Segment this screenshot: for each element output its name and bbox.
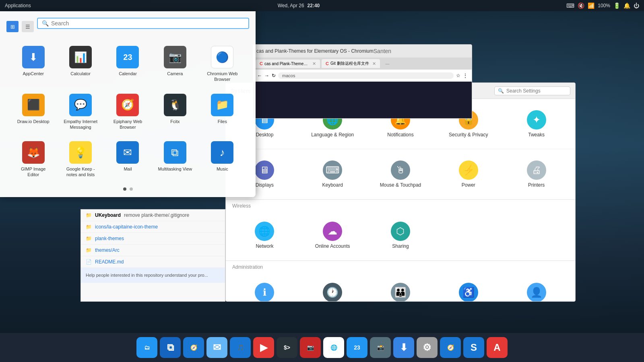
chromium-titlebar: cas and Plank-Themes for Elementary OS -… [253, 45, 472, 58]
app-item-gimp-image-editor[interactable]: 🦊GIMP Image Editor [10, 137, 57, 182]
settings-item-user-accounts[interactable]: 👤User Accounts [504, 278, 569, 302]
app-item-mail[interactable]: ✉Mail [104, 137, 151, 182]
app-item-epiphany-web-browser[interactable]: 🧭Epiphany Web Browser [104, 90, 151, 134]
list-view-button[interactable]: ☰ [22, 21, 34, 32]
app-item-multitasking-view[interactable]: ⧉Multitasking View [151, 137, 198, 182]
skype-dock[interactable]: S [463, 337, 484, 358]
git-link-readme[interactable]: README.md [95, 259, 124, 265]
back-icon[interactable]: ← [257, 73, 262, 78]
acrobat-dock[interactable]: A [487, 337, 508, 358]
app-item-google-keep---notes-and-lists[interactable]: 💡Google Keep - notes and lists [57, 137, 104, 182]
app-icon-chromium-web-browser: 🔵 [211, 46, 233, 68]
settings-item-about[interactable]: ℹAbout [232, 278, 297, 302]
settings-item-sharing[interactable]: ⬡Sharing [368, 217, 433, 254]
chromium-tab-1[interactable]: C cas and Plank-Themes for Elementary OS… [256, 60, 320, 68]
app-item-files[interactable]: 📁Files [199, 90, 246, 134]
app-item-fcitx[interactable]: 🐧Fcitx [151, 90, 198, 134]
app-icon-calculator: 📊 [69, 46, 92, 68]
topbar-center: Wed, Apr 26 22:40 [278, 3, 320, 8]
settings-item-date-time[interactable]: 🕐Date & Time [300, 278, 365, 302]
settings-label: Language & Region [311, 132, 354, 138]
app-label: Fcitx [170, 119, 180, 124]
screenshot-dock[interactable]: 📸 [370, 337, 391, 358]
terminal-dock[interactable]: $> [277, 337, 297, 358]
admin-section-label: Administration [226, 261, 575, 272]
appcenter-dock[interactable]: ⬇ [393, 337, 414, 358]
settings-icon: 🌐 [255, 222, 274, 241]
app-icon-draw.io-desktop: ⬛ [22, 94, 45, 116]
app-item-empathy-internet-messaging[interactable]: 💬Empathy Internet Messaging [57, 90, 104, 134]
chromium-tab-2[interactable]: C Git 删除远程仓库文件 ✕ [322, 59, 380, 68]
calendar-dock[interactable]: 23 [347, 337, 367, 358]
settings-label: Displays [256, 182, 274, 188]
volume-icon[interactable]: 🔇 [578, 2, 584, 9]
battery-icon: 🔋 [613, 2, 620, 9]
settings-item-universal-access[interactable]: ♿Universal Access [436, 278, 501, 302]
settings-item-printers[interactable]: 🖨Printers [504, 156, 569, 193]
notification-icon[interactable]: 🔔 [623, 2, 630, 9]
bookmark-icon[interactable]: ☆ [456, 73, 460, 78]
app-icon-epiphany-web-browser: 🧭 [116, 94, 139, 116]
git-item-readme[interactable]: 📄 README.md [81, 256, 225, 268]
page-dot-2[interactable] [130, 187, 133, 191]
wifi-icon[interactable]: 📶 [588, 2, 594, 9]
app-item-music[interactable]: ♪Music [199, 137, 246, 182]
video-dock[interactable]: ▶ [253, 337, 274, 358]
settings-dock[interactable]: ⚙ [417, 337, 438, 358]
app-item-calendar[interactable]: 23Calendar [104, 42, 151, 86]
settings-item-network[interactable]: 🌐Network [232, 217, 297, 254]
settings-icon: 🕐 [323, 283, 342, 302]
refresh-icon[interactable]: ↻ [272, 73, 276, 78]
settings-item-online-accounts[interactable]: ☁Online Accounts [300, 217, 365, 254]
git-panel: 📁 UKeyboard remove plank-theme/.gitignor… [80, 209, 225, 302]
git-link-plank[interactable]: plank-themes [95, 236, 124, 241]
mail-dock[interactable]: ✉ [206, 337, 227, 358]
app-label: Google Keep - notes and lists [62, 166, 99, 178]
tab2-close[interactable]: ✕ [372, 61, 376, 66]
settings-search-input[interactable] [506, 88, 567, 94]
chromium-close[interactable]: Santen [374, 48, 391, 54]
forward-icon[interactable]: → [264, 73, 269, 78]
chromium-dock[interactable]: 🌐 [323, 337, 344, 358]
app-item-camera[interactable]: 📷Camera [151, 42, 198, 86]
chromium-urlbar: ← → ↻ macos ☆ ⋮ [253, 70, 472, 82]
settings-search-bar: 🔍 [494, 86, 570, 95]
git-item-ukeyboard[interactable]: 📁 UKeyboard remove plank-theme/.gitignor… [81, 210, 225, 221]
settings-item-mouse-touchpad[interactable]: 🖱Mouse & Touchpad [368, 156, 433, 193]
app-label: Files [218, 119, 227, 124]
app-item-calculator[interactable]: 📊Calculator [57, 42, 104, 86]
app-label: Calendar [119, 71, 137, 76]
settings-item-parental-control[interactable]: 👪Parental Control [368, 278, 433, 302]
git-link-icons[interactable]: icons/la-capitaine-icon-theme [95, 224, 158, 230]
url-display[interactable]: macos [282, 73, 295, 78]
chromium-menu-icon[interactable]: ⋮ [463, 73, 468, 78]
git-item-icons[interactable]: 📁 icons/la-capitaine-icon-theme [81, 221, 225, 233]
music-dock[interactable]: 🎵 [230, 337, 251, 358]
files-dock[interactable]: 🗂 [136, 337, 157, 358]
settings-icon: 🖱 [391, 160, 410, 180]
safari-dock[interactable]: 🧭 [183, 337, 204, 358]
settings-label: Power [462, 182, 475, 188]
settings-item-power[interactable]: ⚡Power [436, 156, 501, 193]
camera-dock[interactable]: 📷 [300, 337, 321, 358]
git-item-plank[interactable]: 📁 plank-themes [81, 233, 225, 245]
app-item-appcenter[interactable]: ⬇AppCenter [10, 42, 57, 86]
chromium-tab-3[interactable]: — [382, 60, 394, 68]
settings-label: Tweaks [528, 132, 545, 138]
nav-dock[interactable]: 🧭 [440, 337, 461, 358]
multitasking-dock[interactable]: ⧉ [160, 337, 181, 358]
power-icon[interactable]: ⏻ [634, 2, 639, 9]
search-input[interactable] [51, 20, 244, 27]
page-dot-1[interactable] [123, 187, 126, 191]
dock: 🗂⧉🧭✉🎵▶$>📷🌐23📸⬇⚙🧭SA [0, 333, 644, 362]
chromium-window: cas and Plank-Themes for Elementary OS -… [253, 44, 472, 119]
grid-view-button[interactable]: ⊞ [6, 21, 19, 32]
settings-item-keyboard[interactable]: ⌨Keyboard [300, 156, 365, 193]
settings-item-tweaks[interactable]: ✦Tweaks [504, 105, 569, 142]
git-item-themes[interactable]: 📁 themes/Arc [81, 245, 225, 256]
app-item-chromium-web-browser[interactable]: 🔵Chromium Web Browser [199, 42, 246, 86]
applications-label[interactable]: Applications [5, 3, 31, 8]
git-link-themes[interactable]: themes/Arc [95, 247, 120, 253]
app-item-draw.io-desktop[interactable]: ⬛Draw.io Desktop [10, 90, 57, 134]
tab1-close[interactable]: ✕ [312, 61, 316, 66]
